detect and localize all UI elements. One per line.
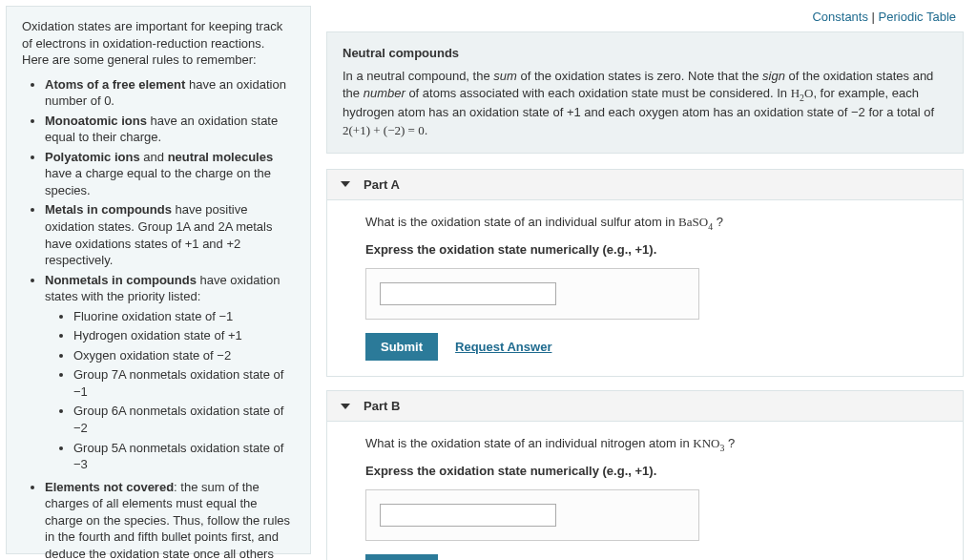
part-b-panel: Part B What is the oxidation state of an…	[326, 390, 964, 560]
part-a-submit-button[interactable]: Submit	[365, 333, 438, 361]
sub-oxygen: Oxygen oxidation state of −2	[73, 347, 295, 364]
part-a-answer-input[interactable]	[380, 282, 556, 305]
chevron-down-icon	[341, 181, 350, 187]
rules-list: Atoms of a free element have an oxidatio…	[22, 76, 295, 560]
top-links: Constants | Periodic Table	[326, 6, 964, 31]
sub-group6a: Group 6A nonmetals oxidation state of −2	[73, 403, 295, 436]
part-a-header[interactable]: Part A	[327, 170, 963, 200]
infobox-title: Neutral compounds	[343, 46, 947, 60]
rules-sidebar: Oxidation states are important for keepi…	[6, 6, 311, 554]
chevron-down-icon	[341, 404, 350, 409]
part-b-body: What is the oxidation state of an indivi…	[327, 422, 963, 560]
part-b-title: Part B	[364, 399, 400, 413]
part-a-body: What is the oxidation state of an indivi…	[327, 200, 963, 376]
part-b-question: What is the oxidation state of an indivi…	[365, 435, 925, 454]
part-b-header[interactable]: Part B	[327, 391, 963, 422]
sub-group7a: Group 7A nonmetals oxidation state of −1	[73, 366, 295, 400]
part-a-title: Part A	[364, 177, 400, 192]
sub-hydrogen: Hydrogen oxidation state of +1	[73, 327, 295, 344]
part-b-instruction: Express the oxidation state numerically …	[365, 464, 925, 478]
part-a-question: What is the oxidation state of an indivi…	[365, 214, 925, 233]
part-a-button-row: Submit Request Answer	[365, 333, 925, 361]
sub-fluorine: Fluorine oxidation state of −1	[73, 308, 295, 325]
rule-not-covered: Elements not covered: the sum of the cha…	[45, 479, 295, 560]
rule-polyatomic: Polyatomic ions and neutral molecules ha…	[45, 149, 295, 199]
intro-text: Oxidation states are important for keepi…	[22, 18, 295, 69]
rule-metals: Metals in compounds have positive oxidat…	[45, 201, 295, 268]
main-panel: Constants | Periodic Table Neutral compo…	[317, 0, 977, 560]
rule-nonmetals: Nonmetals in compounds have oxidation st…	[45, 272, 295, 473]
part-a-request-answer-link[interactable]: Request Answer	[455, 340, 551, 354]
infobox-body: In a neutral compound, the sum of the ox…	[343, 68, 947, 139]
part-b-submit-button[interactable]: Submit	[365, 554, 438, 560]
link-separator: |	[868, 10, 879, 24]
constants-link[interactable]: Constants	[812, 10, 868, 24]
part-b-answer-area	[365, 489, 699, 541]
part-b-answer-input[interactable]	[380, 504, 556, 527]
neutral-compounds-infobox: Neutral compounds In a neutral compound,…	[326, 31, 964, 154]
sub-group5a: Group 5A nonmetals oxidation state of −3	[73, 440, 295, 473]
periodic-table-link[interactable]: Periodic Table	[879, 10, 956, 24]
sub-rules-list: Fluorine oxidation state of −1 Hydrogen …	[45, 308, 295, 473]
part-a-panel: Part A What is the oxidation state of an…	[326, 169, 964, 377]
part-a-answer-area	[365, 268, 699, 320]
rule-monoatomic: Monoatomic ions have an oxidation state …	[45, 113, 295, 146]
part-a-instruction: Express the oxidation state numerically …	[365, 242, 925, 257]
rule-free-element: Atoms of a free element have an oxidatio…	[45, 76, 295, 110]
part-b-button-row: Submit Request Answer	[365, 554, 925, 560]
